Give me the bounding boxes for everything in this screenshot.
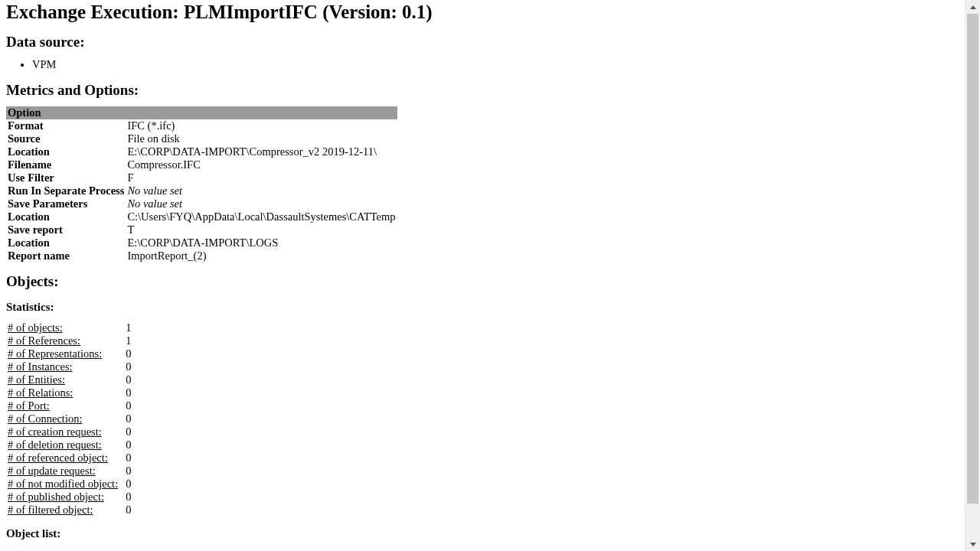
- option-key: Run In Separate Process: [6, 184, 126, 197]
- stat-row: # of References:1: [6, 334, 132, 347]
- data-source-heading: Data source:: [6, 34, 965, 51]
- scroll-thumb[interactable]: [967, 14, 978, 504]
- stat-key: # of Connection:: [6, 412, 122, 425]
- stat-key: # of Instances:: [6, 360, 122, 373]
- page-title: Exchange Execution: PLMImportIFC (Versio…: [6, 0, 965, 23]
- stat-row: # of Connection:0: [6, 412, 132, 425]
- stat-row: # of not modified object:0: [6, 478, 132, 491]
- option-key: Save Parameters: [6, 197, 126, 210]
- chevron-up-icon: [970, 5, 976, 9]
- stat-key: # of filtered object:: [6, 504, 122, 517]
- options-header-cell: Option: [6, 106, 397, 119]
- stat-row: # of deletion request:0: [6, 439, 132, 452]
- stat-key: # of published object:: [6, 491, 122, 504]
- option-value: F: [126, 171, 397, 184]
- stat-key: # of objects:: [6, 321, 122, 334]
- stat-key: # of deletion request:: [6, 439, 122, 452]
- option-row: LocationC:\Users\FYQ\AppData\Local\Dassa…: [6, 210, 397, 223]
- option-key: Location: [6, 236, 126, 249]
- stat-key: # of referenced object:: [6, 452, 122, 465]
- stat-value: 0: [122, 504, 132, 517]
- stat-row: # of objects:1: [6, 321, 132, 334]
- stat-value: 1: [122, 321, 132, 334]
- scroll-down-button[interactable]: [965, 537, 980, 551]
- option-row: SourceFile on disk: [6, 132, 397, 145]
- options-header-row: Option: [6, 106, 397, 119]
- option-row: Use FilterF: [6, 171, 397, 184]
- stat-row: # of Port:0: [6, 399, 132, 412]
- chevron-down-icon: [970, 543, 976, 546]
- option-row: FormatIFC (*.ifc): [6, 119, 397, 132]
- metrics-heading: Metrics and Options:: [6, 82, 965, 99]
- option-value: ImportReport_(2): [126, 249, 397, 262]
- option-value: E:\CORP\DATA-IMPORT\LOGS: [126, 236, 397, 249]
- scroll-up-button[interactable]: [965, 0, 980, 14]
- objects-heading: Objects:: [6, 273, 965, 290]
- stat-row: # of filtered object:0: [6, 504, 132, 517]
- stat-row: # of Instances:0: [6, 360, 132, 373]
- option-row: Run In Separate ProcessNo value set: [6, 184, 397, 197]
- stat-row: # of update request:0: [6, 465, 132, 478]
- option-row: FilenameCompressor.IFC: [6, 158, 397, 171]
- stat-value: 0: [122, 452, 132, 465]
- option-key: Location: [6, 145, 126, 158]
- stat-key: # of Port:: [6, 399, 122, 412]
- stat-key: # of update request:: [6, 465, 122, 478]
- stat-key: # of Entities:: [6, 373, 122, 386]
- option-key: Use Filter: [6, 171, 126, 184]
- option-value: T: [126, 223, 397, 236]
- option-row: Report nameImportReport_(2): [6, 249, 397, 262]
- stat-row: # of creation request:0: [6, 425, 132, 439]
- stat-value: 0: [122, 439, 132, 452]
- option-row: LocationE:\CORP\DATA-IMPORT\Compressor_v…: [6, 145, 397, 158]
- stat-value: 0: [122, 412, 132, 425]
- stat-row: # of published object:0: [6, 491, 132, 504]
- stat-row: # of Representations:0: [6, 347, 132, 360]
- option-row: LocationE:\CORP\DATA-IMPORT\LOGS: [6, 236, 397, 249]
- option-value: File on disk: [126, 132, 397, 145]
- stat-key: # of creation request:: [6, 425, 122, 439]
- option-key: Report name: [6, 249, 126, 262]
- option-value: IFC (*.ifc): [126, 119, 397, 132]
- stat-value: 0: [122, 465, 132, 478]
- option-value: E:\CORP\DATA-IMPORT\Compressor_v2 2019-1…: [126, 145, 397, 158]
- stat-key: # of Relations:: [6, 386, 122, 399]
- stat-value: 0: [122, 491, 132, 504]
- options-table: Option FormatIFC (*.ifc)SourceFile on di…: [6, 106, 397, 262]
- option-value: No value set: [126, 184, 397, 197]
- stat-value: 0: [122, 425, 132, 439]
- stat-value: 0: [122, 347, 132, 360]
- stat-key: # of References:: [6, 334, 122, 347]
- option-key: Save report: [6, 223, 126, 236]
- stats-table: # of objects:1# of References:1# of Repr…: [6, 321, 132, 517]
- data-source-list: VPM: [6, 58, 965, 71]
- option-value: Compressor.IFC: [126, 158, 397, 171]
- option-key: Location: [6, 210, 126, 223]
- stats-heading: Statistics:: [6, 301, 965, 314]
- option-key: Source: [6, 132, 126, 145]
- stat-value: 0: [122, 373, 132, 386]
- stat-value: 0: [122, 478, 132, 491]
- stat-value: 1: [122, 334, 132, 347]
- stat-value: 0: [122, 399, 132, 412]
- option-key: Filename: [6, 158, 126, 171]
- option-value: C:\Users\FYQ\AppData\Local\DassaultSyste…: [126, 210, 397, 223]
- stat-row: # of referenced object:0: [6, 452, 132, 465]
- vertical-scrollbar[interactable]: [965, 0, 980, 551]
- option-row: Save ParametersNo value set: [6, 197, 397, 210]
- option-key: Format: [6, 119, 126, 132]
- stat-value: 0: [122, 360, 132, 373]
- stat-value: 0: [122, 386, 132, 399]
- report-body: Exchange Execution: PLMImportIFC (Versio…: [0, 0, 965, 551]
- stat-row: # of Relations:0: [6, 386, 132, 399]
- stat-row: # of Entities:0: [6, 373, 132, 386]
- option-value: No value set: [126, 197, 397, 210]
- object-list-heading: Object list:: [6, 527, 965, 540]
- data-source-item: VPM: [32, 58, 965, 71]
- option-row: Save reportT: [6, 223, 397, 236]
- stat-key: # of Representations:: [6, 347, 122, 360]
- stat-key: # of not modified object:: [6, 478, 122, 491]
